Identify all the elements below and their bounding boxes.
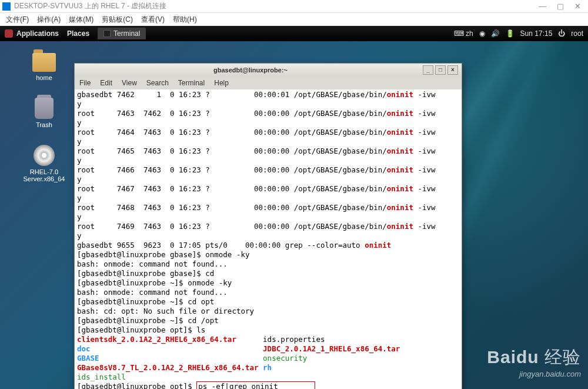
desktop[interactable]: home Trash RHEL-7.0 Server.x86_64 gbased… [0,41,588,389]
host-titlebar: DESKTOP-SVTVUU3 上的 RHEL 7 - 虚拟机连接 — ▢ ✕ [0,0,588,13]
trashcan-icon [35,98,54,119]
desktop-icons: home Trash RHEL-7.0 Server.x86_64 [15,53,74,182]
terminal-menubar: File Edit View Search Terminal Help [75,77,462,89]
host-menubar: 文件(F) 操作(A) 媒体(M) 剪贴板(C) 查看(V) 帮助(H) [0,13,588,26]
window-controls: — ▢ ✕ [539,2,586,11]
rhel-disc-icon[interactable]: RHEL-7.0 Server.x86_64 [15,145,74,182]
places-menu[interactable]: Places [67,29,89,38]
vm-icon [2,2,11,11]
battery-icon[interactable]: 🔋 [506,29,514,38]
watermark-brand: Baidu [487,347,539,367]
terminal-titlebar[interactable]: gbasedbt@linuxprobe:~ _ □ × [75,64,462,77]
term-menu-terminal[interactable]: Terminal [178,79,205,87]
watermark: Baidu 经验 jingyan.baidu.com [487,345,581,378]
menu-action[interactable]: 操作(A) [37,15,61,25]
menu-help[interactable]: 帮助(H) [173,15,197,25]
accessibility-icon[interactable]: ◉ [479,29,485,38]
disc-icon [34,145,55,166]
watermark-url: jingyan.baidu.com [487,370,581,378]
trash-icon[interactable]: Trash [35,98,54,128]
term-menu-edit[interactable]: Edit [100,79,112,87]
menu-clipboard[interactable]: 剪贴板(C) [102,15,133,25]
folder-icon [32,53,56,72]
applications-menu[interactable]: Applications [16,29,59,38]
activities-icon[interactable] [5,29,13,38]
keyboard-indicator[interactable]: ⌨ zh [454,29,473,38]
power-icon[interactable]: ⏻ [558,29,565,38]
menu-media[interactable]: 媒体(M) [69,15,93,25]
maximize-button[interactable]: ▢ [557,2,564,11]
term-menu-search[interactable]: Search [146,79,169,87]
terminal-title: gbasedbt@linuxprobe:~ [78,67,423,74]
rhel-label: RHEL-7.0 Server.x86_64 [15,168,74,182]
term-menu-view[interactable]: View [122,79,137,87]
host-title: DESKTOP-SVTVUU3 上的 RHEL 7 - 虚拟机连接 [14,1,539,11]
term-menu-help[interactable]: Help [214,79,229,87]
home-icon[interactable]: home [32,53,56,81]
terminal-window: gbasedbt@linuxprobe:~ _ □ × File Edit Vi… [74,63,462,389]
terminal-icon [103,30,111,37]
gnome-topbar: Applications Places Terminal ⌨ zh ◉ 🔊 🔋 … [0,26,588,41]
menu-view[interactable]: 查看(V) [141,15,165,25]
minimize-button[interactable]: — [539,2,546,11]
user-menu[interactable]: root [571,29,583,38]
terminal-maximize-button[interactable]: □ [435,65,446,75]
watermark-zh: 经验 [544,347,581,367]
terminal-minimize-button[interactable]: _ [423,65,433,75]
volume-icon[interactable]: 🔊 [491,29,500,38]
home-label: home [36,74,52,81]
clock[interactable]: Sun 17:15 [520,29,553,38]
terminal-body[interactable]: gbasedbt 7462 1 0 16:23 ? 00:00:01 /opt/… [75,89,462,389]
taskbar-terminal-label: Terminal [113,29,140,38]
term-menu-file[interactable]: File [79,79,91,87]
menu-file[interactable]: 文件(F) [6,15,29,25]
close-button[interactable]: ✕ [574,2,581,11]
trash-label: Trash [36,121,52,128]
taskbar-terminal[interactable]: Terminal [98,28,146,39]
terminal-close-button[interactable]: × [447,65,458,75]
